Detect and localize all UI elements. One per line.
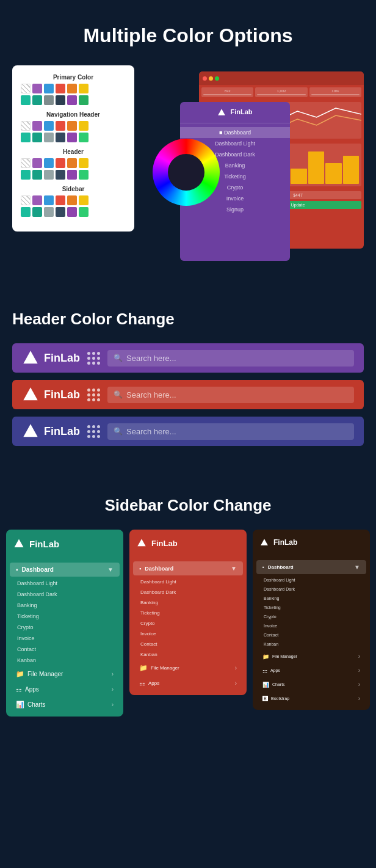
swatch[interactable] (44, 170, 54, 180)
primary-color-label: Primary Color (21, 74, 126, 81)
bootstrap-label-dark: Bootstrap (271, 696, 355, 701)
swatch[interactable] (44, 84, 54, 93)
search-bar-purple[interactable]: 🔍 Search here... (107, 350, 354, 367)
swatch[interactable] (56, 207, 65, 217)
grid-dot (92, 388, 95, 392)
swatch[interactable] (32, 170, 42, 180)
swatch[interactable] (32, 195, 42, 205)
grid-dot (92, 362, 95, 365)
swatch[interactable] (32, 158, 42, 168)
sidebar-bootstrap-dark[interactable]: 🅱 Bootstrap › (256, 692, 366, 705)
swatch[interactable] (79, 170, 89, 180)
bootstrap-icon: 🅱 (262, 696, 268, 702)
swatch[interactable] (79, 133, 89, 142)
swatch[interactable] (67, 84, 77, 93)
charts-label-green: Charts (27, 701, 109, 708)
swatch[interactable] (44, 195, 54, 205)
chevron-right-icon: › (358, 653, 360, 660)
nav-row2 (21, 133, 126, 142)
chevron-right-icon: › (358, 681, 360, 688)
sidebar-nav-group-dashboard-dark[interactable]: ▪ Dashboard ▼ (256, 560, 366, 574)
logo-text-purple: FinLab (44, 352, 80, 365)
window-dot-green (215, 76, 219, 81)
swatch[interactable] (67, 133, 77, 142)
search-icon: 🔍 (114, 390, 123, 399)
swatch[interactable] (79, 121, 89, 131)
swatch[interactable] (67, 195, 77, 205)
swatch[interactable] (79, 207, 89, 217)
swatch[interactable] (21, 95, 31, 105)
chevron-right-icon: › (112, 701, 114, 708)
header-section: Header (21, 148, 126, 180)
swatch[interactable] (44, 158, 54, 168)
grid-dot (87, 362, 90, 365)
bar (308, 151, 324, 184)
swatch[interactable] (56, 95, 65, 105)
swatch[interactable] (21, 158, 31, 168)
swatch[interactable] (32, 207, 42, 217)
sidebar-sub-item-crypto-dark: Crypto (253, 612, 370, 621)
sidebar-logo-green: FinLab (6, 530, 123, 558)
swatch[interactable] (67, 170, 77, 180)
swatch[interactable] (79, 195, 89, 205)
swatch[interactable] (21, 133, 31, 142)
window-dot-yellow (209, 76, 213, 81)
swatch[interactable] (32, 95, 42, 105)
swatch[interactable] (32, 84, 42, 93)
sidebar-file-manager-dark[interactable]: 📁 File Manager › (256, 650, 366, 663)
search-bar-indigo[interactable]: 🔍 Search here... (107, 423, 354, 440)
swatch[interactable] (56, 121, 65, 131)
swatch[interactable] (44, 207, 54, 217)
svg-marker-2 (23, 387, 37, 400)
swatch[interactable] (79, 95, 89, 105)
search-bar-red[interactable]: 🔍 Search here... (107, 387, 354, 403)
swatch[interactable] (67, 95, 77, 105)
swatch[interactable] (56, 133, 65, 142)
swatch[interactable] (79, 158, 89, 168)
sidebar-charts-green[interactable]: 📊 Charts › (10, 698, 120, 712)
swatch[interactable] (21, 121, 31, 131)
sidebar-nav-group-dashboard-red[interactable]: ▪ Dashboard ▼ (133, 561, 243, 575)
sidebar-apps-dark[interactable]: ⚏ Apps › (256, 664, 366, 677)
logo-text-indigo: FinLab (44, 425, 80, 438)
swatch[interactable] (56, 195, 65, 205)
section3-title: Sidebar Color Change (6, 496, 370, 515)
sidebar-nav-group-dashboard-green[interactable]: ▪ Dashboard ▼ (10, 563, 120, 577)
apps-label-red: Apps (148, 680, 232, 686)
swatch[interactable] (79, 84, 89, 93)
swatch[interactable] (32, 121, 42, 131)
swatch[interactable] (56, 84, 65, 93)
swatch[interactable] (67, 121, 77, 131)
apps-label-green: Apps (25, 686, 109, 693)
sidebar-logo-text-green: FinLab (29, 539, 59, 549)
swatch[interactable] (44, 133, 54, 142)
swatch[interactable] (32, 133, 42, 142)
swatch[interactable] (21, 84, 31, 93)
sidebar-sub-item: Invoice (6, 633, 123, 644)
swatch[interactable] (67, 158, 77, 168)
sidebar-charts-dark[interactable]: 📊 Charts › (256, 678, 366, 691)
sidebar-logo-red: FinLab (129, 530, 247, 556)
swatch[interactable] (21, 195, 31, 205)
sidebar-sub-item: Dashboard Light (129, 577, 247, 587)
grid-dots-purple (87, 352, 100, 365)
swatch[interactable] (67, 207, 77, 217)
search-icon: 🔍 (114, 427, 123, 436)
sidebar-file-manager-red[interactable]: 📁 File Manager › (133, 661, 243, 675)
swatch[interactable] (44, 121, 54, 131)
sidebar-file-manager-green[interactable]: 📁 File Manager › (10, 667, 120, 681)
search-placeholder-purple: Search here... (126, 354, 176, 363)
swatch[interactable] (21, 170, 31, 180)
swatch[interactable] (56, 158, 65, 168)
svg-marker-6 (261, 539, 268, 545)
sidebar-sub-item: Dashboard Dark (6, 589, 123, 600)
svg-marker-0 (219, 109, 226, 115)
apps-icon: ⚏ (16, 685, 22, 693)
swatch[interactable] (21, 207, 31, 217)
grid-dot (92, 357, 95, 360)
swatch[interactable] (44, 95, 54, 105)
swatch[interactable] (56, 170, 65, 180)
grid-dot (87, 393, 90, 396)
sidebar-apps-red[interactable]: ⚏ Apps › (133, 676, 243, 690)
sidebar-apps-green[interactable]: ⚏ Apps › (10, 682, 120, 696)
